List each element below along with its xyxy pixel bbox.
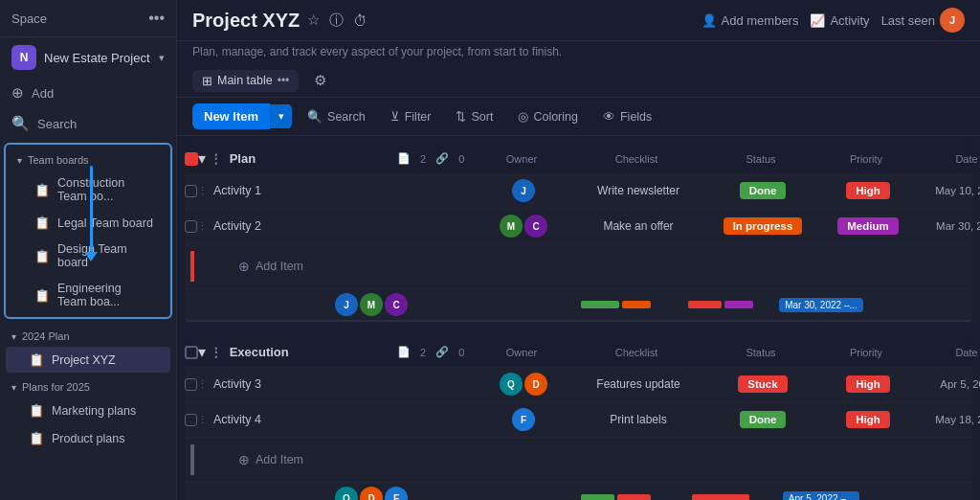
group-expand-icon[interactable]: ▾: [198, 149, 206, 168]
star-icon[interactable]: ☆: [307, 11, 320, 29]
status-bar-stuck: [617, 494, 651, 500]
avatar: Q: [500, 373, 523, 396]
row-owner: J: [476, 173, 571, 208]
row-drag-handle[interactable]: ⋮: [197, 378, 208, 391]
table-row[interactable]: ⋮ Activity 2 M C Make an offer In progre…: [185, 209, 972, 244]
row-drag-handle[interactable]: ⋮: [197, 185, 208, 197]
row-checkbox[interactable]: [185, 414, 197, 426]
sidebar-item-label: Project XYZ: [52, 353, 116, 367]
avatar: D: [524, 373, 547, 396]
sidebar-header: Space •••: [0, 0, 176, 37]
sidebar-item-product[interactable]: 📋 Product plans: [6, 425, 170, 451]
row-checkbox[interactable]: [185, 378, 197, 391]
team-boards-label: Team boards: [28, 154, 89, 166]
add-button[interactable]: ⊕ Add: [0, 78, 176, 108]
add-members-button[interactable]: 👤 Add members: [702, 13, 799, 28]
sort-icon: ⇅: [456, 109, 466, 124]
row-drag-handle[interactable]: ⋮: [197, 414, 208, 426]
new-item-button[interactable]: New Item ▾: [192, 103, 292, 129]
row-activity-name: Activity 4: [208, 405, 399, 434]
status-badge[interactable]: Done: [740, 411, 787, 428]
search-toolbar-button[interactable]: 🔍 Search: [298, 104, 375, 128]
sort-button[interactable]: ⇅ Sort: [446, 104, 502, 128]
activity-button[interactable]: 📈 Activity: [810, 13, 869, 28]
add-accent: [190, 444, 194, 475]
search-toolbar-label: Search: [327, 110, 366, 124]
filter-icon: ⊻: [390, 109, 400, 124]
add-item-row[interactable]: ⊕ Add Item: [185, 244, 972, 289]
board-icon: 📋: [34, 288, 50, 303]
settings-button[interactable]: ⚙: [306, 68, 334, 93]
row-checkbox-wrapper[interactable]: [185, 378, 197, 391]
tab-main-table[interactable]: ⊞ Main table •••: [192, 70, 299, 92]
new-item-label[interactable]: New Item: [192, 103, 270, 129]
workspace-row[interactable]: N New Estate Project ▾: [0, 37, 176, 78]
priority-badge[interactable]: Medium: [837, 217, 898, 235]
search-icon: 🔍: [11, 115, 30, 132]
info-icon[interactable]: ⓘ: [329, 11, 344, 30]
row-status: In progress: [705, 212, 820, 240]
group-checkbox[interactable]: [185, 346, 198, 359]
status-badge[interactable]: Stuck: [738, 375, 787, 393]
tab-more-icon[interactable]: •••: [278, 74, 290, 87]
status-badge[interactable]: Done: [740, 182, 787, 199]
coloring-button[interactable]: ◎ Coloring: [508, 104, 588, 128]
priority-badge[interactable]: High: [846, 411, 890, 428]
priority-badge[interactable]: High: [846, 375, 890, 393]
fields-label: Fields: [620, 110, 652, 124]
sidebar-item-engineering[interactable]: 📋 Engineering Team boa...: [11, 276, 165, 314]
table-row[interactable]: ⋮ Activity 1 J Write newsletter Done Hig…: [185, 173, 972, 209]
search-button[interactable]: 🔍 Search: [0, 108, 176, 139]
status-badge[interactable]: In progress: [724, 217, 803, 235]
workspace-badge: N: [11, 45, 36, 70]
avatar-group: M C: [499, 215, 548, 238]
row-checkbox-wrapper[interactable]: [185, 414, 197, 426]
sidebar-item-marketing[interactable]: 📋 Marketing plans: [6, 398, 170, 423]
avatar: J: [512, 179, 535, 202]
group-checkbox-wrapper[interactable]: [185, 346, 198, 359]
row-drag-handle[interactable]: ⋮: [197, 220, 208, 233]
table-row[interactable]: ⋮ Activity 4 F Print labels Done High: [185, 402, 972, 438]
col-checklist-header: Checklist: [569, 146, 703, 172]
collapse-icon: ▾: [11, 382, 16, 393]
group-checkbox[interactable]: [185, 152, 198, 166]
table-row[interactable]: ⋮ Activity 3 Q D Features update Stuck: [185, 367, 972, 402]
doc-count: 2: [420, 153, 426, 165]
row-status: Done: [705, 176, 820, 205]
col-owner-header: Owner: [474, 146, 569, 172]
plan-2024-header[interactable]: ▾ 2024 Plan: [0, 323, 176, 346]
board-icon: 📋: [29, 352, 44, 367]
group-checkbox-wrapper[interactable]: [185, 152, 198, 166]
row-checkbox[interactable]: [185, 220, 197, 233]
row-checkbox-wrapper[interactable]: [185, 220, 197, 233]
filter-button[interactable]: ⊻ Filter: [381, 104, 441, 128]
priority-badge[interactable]: High: [846, 182, 890, 199]
more-options-icon[interactable]: •••: [148, 10, 165, 27]
row-checkbox-wrapper[interactable]: [185, 185, 197, 197]
summary-avatars: J M C: [185, 293, 558, 316]
add-item-row[interactable]: ⊕ Add Item: [185, 438, 972, 483]
row-checkbox[interactable]: [185, 185, 197, 197]
last-seen-button[interactable]: Last seen J: [881, 8, 965, 33]
new-item-dropdown-arrow[interactable]: ▾: [270, 104, 292, 128]
view-tabs: ⊞ Main table ••• ⚙: [177, 64, 980, 98]
plus-icon: ⊕: [11, 84, 24, 102]
drag-icon: ⋮: [210, 345, 222, 359]
fields-button[interactable]: 👁 Fields: [593, 105, 661, 128]
avatar-group: J: [511, 179, 536, 202]
sidebar-item-label: Legal Team board: [57, 216, 153, 230]
sidebar-item-project-xyz[interactable]: 📋 Project XYZ: [6, 347, 170, 373]
status-bar-progress: [622, 301, 651, 308]
space-label: Space: [11, 11, 47, 26]
group-expand-icon[interactable]: ▾: [198, 343, 206, 361]
avatar-group: J M C: [334, 293, 409, 316]
plans-2025-header[interactable]: ▾ Plans for 2025: [0, 374, 176, 397]
fields-icon: 👁: [603, 110, 615, 124]
board-icon: 📋: [29, 431, 44, 445]
drag-icon: ⋮: [210, 151, 222, 166]
clock-icon[interactable]: ⏱: [353, 12, 368, 29]
col-priority-header: Priority: [818, 339, 914, 366]
summary-avatars: Q D F: [185, 487, 558, 500]
arrow-indicator: [84, 166, 98, 261]
sidebar-item-label: Product plans: [52, 432, 124, 445]
